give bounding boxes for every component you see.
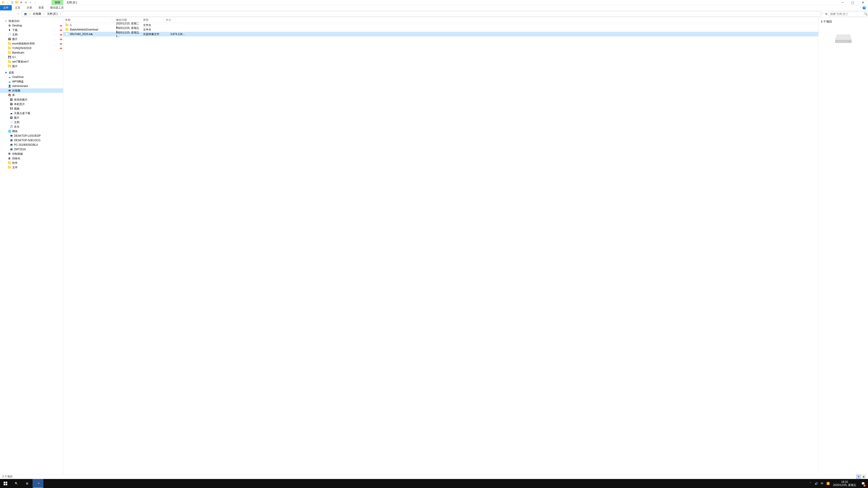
navigation-pane[interactable]: ★快速访问 🖥Desktop📌 ⬇下载📌 📄文档📌 🖼图片📌 excel表格制作… [0, 18, 63, 474]
nav-gdrive[interactable]: 💾G:\ [0, 55, 63, 59]
nav-recycle-bin[interactable]: 🗑回收站 [0, 156, 63, 161]
nav-bandicam[interactable]: Bandicam [0, 51, 63, 55]
nav-network[interactable]: 🌐网络 [0, 129, 63, 133]
help-icon[interactable]: ? [863, 6, 866, 9]
nav-lib-pictures[interactable]: 🖼图片 [0, 116, 63, 120]
nav-this-pc[interactable]: 💻此电脑 [0, 88, 63, 93]
breadcrumb[interactable]: 💻 › 此电脑 › 文档 (E:) › [22, 11, 821, 17]
ime-icon[interactable]: 中 [820, 482, 825, 486]
taskbar[interactable]: 🔍 ⊞ ˄ 🔊 中 📶 16:32 2020/12/25, 星期五 💬 3 [0, 479, 868, 488]
nav-pictures[interactable]: 🖼图片📌 [0, 37, 63, 41]
chevron-right-icon[interactable]: › [59, 12, 62, 15]
nav-label: 软件 [12, 161, 18, 165]
nav-wps[interactable]: ☁WPS网盘 [0, 79, 63, 84]
maximize-button[interactable]: ▢ [848, 0, 858, 5]
folder-icon [65, 23, 69, 27]
task-view-button[interactable]: ⊞ [22, 479, 33, 488]
folder-qat-icon[interactable] [15, 1, 19, 4]
clock-time: 16:32 [841, 480, 848, 484]
nav-label: 图片 [14, 116, 20, 120]
file-row[interactable]: 1 2020/12/15, 星期二 1... 文件夹 [63, 23, 818, 27]
tab-share[interactable]: 共享 [24, 5, 35, 10]
up-button[interactable]: ↑ [16, 11, 21, 17]
collapse-ribbon-icon[interactable]: ˅ [860, 6, 861, 9]
folder-icon [8, 46, 11, 50]
minimize-button[interactable]: ─ [837, 0, 848, 5]
nav-desktop[interactable]: 🖥Desktop📌 [0, 23, 63, 28]
details-view-button[interactable]: ≣ [856, 475, 861, 479]
volume-icon[interactable]: 🔊 [814, 482, 818, 485]
column-name[interactable]: 名称˄ [63, 18, 114, 23]
search-button[interactable]: 🔍 [11, 479, 22, 488]
nav-tianyi[interactable]: ☁天翼云盘下载 [0, 111, 63, 116]
nav-label: 视频 [14, 107, 20, 111]
file-row[interactable]: BaiduNetdiskDownload 2020/12/25, 星期五 1..… [63, 27, 818, 32]
nav-desktop-zh[interactable]: ■桌面 [0, 70, 63, 75]
breadcrumb-drive[interactable]: 文档 (E:) [46, 12, 59, 16]
nav-documents[interactable]: 📄文档📌 [0, 32, 63, 37]
back-button[interactable]: ← [1, 11, 6, 17]
notification-button[interactable]: 💬 3 [859, 479, 867, 488]
chevron-right-icon[interactable]: › [43, 12, 45, 15]
search-icon[interactable]: 🔍 [864, 12, 868, 15]
breadcrumb-this-pc[interactable]: 此电脑 [32, 12, 42, 16]
tab-view[interactable]: 查看 [35, 5, 47, 10]
nav-control-panel[interactable]: 🛠控制面板 [0, 152, 63, 156]
file-type: 光盘映像文件 [141, 32, 164, 36]
window-controls: ─ ▢ ✕ [837, 0, 868, 5]
file-row[interactable]: Win7x64_2020.iso↖ 2020/12/25, 星期五 1... 光… [63, 32, 818, 36]
nav-lib-docs[interactable]: 📄文档 [0, 120, 63, 125]
column-size[interactable]: 大小 [164, 18, 186, 23]
nav-administrator[interactable]: 👤Administrator [0, 84, 63, 88]
network-icon[interactable]: 📶 [826, 482, 830, 485]
nav-pictures-zh[interactable]: 图片 [0, 64, 63, 68]
task-explorer[interactable] [33, 479, 43, 488]
icons-view-button[interactable]: ▦ [861, 475, 866, 479]
pc-icon[interactable]: 💻 [23, 12, 28, 15]
start-button[interactable] [0, 479, 11, 488]
delete-icon[interactable]: ✕ [20, 1, 23, 4]
tab-manage[interactable]: 管理 [52, 0, 63, 5]
forward-button[interactable]: → [6, 11, 11, 17]
tray-overflow-icon[interactable]: ˄ [808, 482, 813, 485]
nav-excel[interactable]: excel表格制作求和📌 [0, 41, 63, 46]
nav-quick-access[interactable]: ★快速访问 [0, 19, 63, 23]
nav-downloads[interactable]: ⬇下载📌 [0, 28, 63, 32]
nav-label: G:\ [12, 56, 16, 59]
nav-net2[interactable]: 💻DESKTOP-NJEU3CG [0, 138, 63, 142]
history-dropdown-icon[interactable]: ˅ [11, 11, 16, 17]
nav-win7[interactable]: win7重装win7 [0, 59, 63, 64]
nav-net1[interactable]: 💻DESKTOP-LSSOEDP [0, 133, 63, 138]
nav-net3[interactable]: 💻PC-20190530OBLA [0, 142, 63, 147]
nav-net4[interactable]: 💻ZMT2019 [0, 147, 63, 152]
folder-icon [8, 60, 11, 64]
checkbox-icon[interactable]: ☑ [10, 1, 14, 4]
nav-software[interactable]: 软件 [0, 161, 63, 165]
qat-dropdown-icon[interactable]: ▾ [29, 1, 32, 4]
settings-icon[interactable]: ⚙ [24, 1, 28, 4]
nav-onedrive[interactable]: ☁OneDrive [0, 75, 63, 79]
tab-home[interactable]: 主页 [12, 5, 24, 10]
tab-drive-tools[interactable]: 驱动器工具 [47, 5, 67, 10]
column-type[interactable]: 类型 [141, 18, 164, 23]
nav-video[interactable]: 🎞视频 [0, 106, 63, 111]
nav-saved-pics[interactable]: 🖼保存的图片 [0, 97, 63, 102]
picture-icon: 🖼 [9, 102, 13, 106]
nav-local-photos[interactable]: 🖼本机照片 [0, 102, 63, 106]
search-box[interactable]: 🔍 [829, 11, 867, 17]
file-list[interactable]: 名称˄ 修改日期 类型 大小 1 2020/12/15, 星期二 1... 文件… [63, 18, 818, 474]
chevron-right-icon[interactable]: › [29, 12, 31, 15]
tab-file[interactable]: 文件 [0, 5, 12, 10]
close-button[interactable]: ✕ [858, 0, 868, 5]
refresh-button[interactable]: ↻ [824, 12, 829, 16]
search-input[interactable] [830, 12, 864, 15]
nav-library[interactable]: 📚库 [0, 93, 63, 97]
address-dropdown-icon[interactable]: ˅ [822, 13, 823, 15]
address-actions: ˅ ↻ [822, 12, 829, 16]
nav-files[interactable]: 文件 [0, 165, 63, 170]
nav-yunqishi[interactable]: YUNQISHI2019📌 [0, 46, 63, 51]
folder-icon [65, 28, 69, 31]
taskbar-clock[interactable]: 16:32 2020/12/25, 星期五 [832, 480, 858, 487]
nav-music[interactable]: 🎵音乐 [0, 125, 63, 129]
pin-icon: 📌 [59, 28, 63, 32]
